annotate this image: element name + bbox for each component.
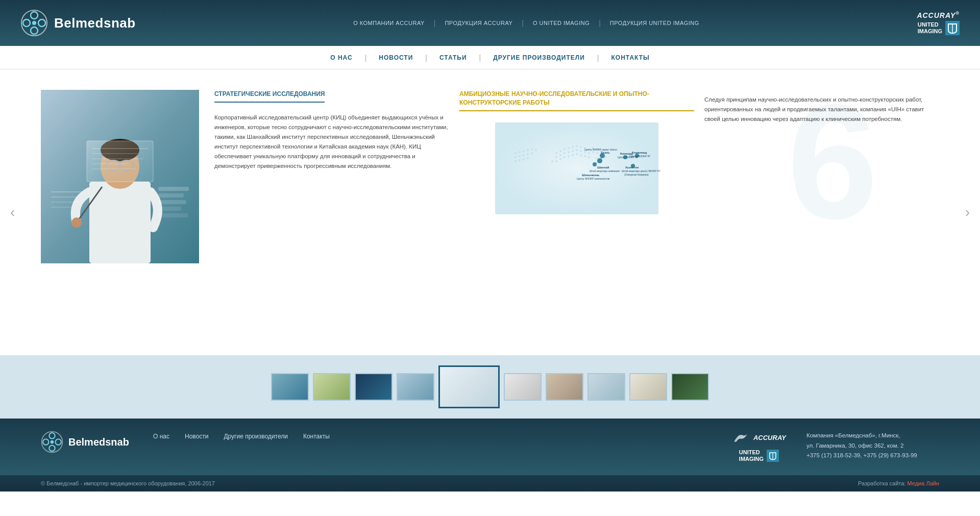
svg-text:Шанхай: Шанхай	[597, 166, 609, 169]
top-link-3[interactable]: О UNITED IMAGING	[524, 20, 599, 26]
thumb-3[interactable]	[355, 373, 393, 401]
svg-text:(Северная Америка): (Северная Америка)	[624, 173, 649, 176]
thumb-9[interactable]	[629, 373, 667, 401]
prev-slide-button[interactable]: ‹	[5, 199, 20, 226]
thumb-4[interactable]	[397, 373, 434, 401]
svg-point-68	[519, 151, 521, 153]
sec-nav-about[interactable]: О НАС	[318, 54, 364, 61]
svg-point-53	[584, 151, 586, 153]
svg-point-81	[527, 157, 529, 159]
svg-rect-27	[158, 193, 184, 198]
col1-title: СТРАТЕГИЧЕСКИЕ ИССЛЕДОВАНИЯ	[214, 90, 325, 103]
svg-text:Хьюстон: Хьюстон	[625, 166, 639, 169]
sec-nav: О НАС | НОВОСТИ | СТАТЬИ | ДРУГИЕ ПРОИЗВ…	[0, 46, 980, 69]
svg-point-33	[559, 150, 561, 152]
svg-point-80	[523, 158, 525, 160]
svg-point-15	[71, 217, 82, 228]
svg-text:Шэньчжэнь: Шэньчжэнь	[582, 174, 600, 177]
footer: Belmedsnab О нас Новости Другие производ…	[0, 419, 980, 492]
united-imaging-text: UNITED IMAGING	[918, 21, 942, 35]
svg-point-65	[584, 155, 586, 157]
svg-point-60	[564, 156, 566, 158]
svg-point-70	[527, 149, 529, 151]
col-principles: Следуя принципам научно-исследовательски…	[704, 85, 939, 340]
footer-nav-contacts[interactable]: Контакты	[303, 433, 330, 440]
slide-image	[41, 90, 199, 263]
svg-point-32	[555, 152, 557, 154]
svg-point-34	[564, 148, 566, 150]
svg-point-3	[23, 19, 30, 27]
world-map: Ухань Центр НИОКР прогр. обесп. Шанхай Ш…	[459, 122, 694, 214]
footer-logo-text: Belmedsnab	[68, 436, 129, 448]
svg-point-88	[597, 158, 602, 163]
thumb-6[interactable]	[504, 373, 542, 401]
svg-rect-29	[158, 207, 181, 211]
svg-point-108	[49, 446, 55, 451]
svg-point-59	[559, 158, 561, 160]
thumb-2[interactable]	[313, 373, 351, 401]
thumb-8[interactable]	[587, 373, 625, 401]
dev-link[interactable]: Медиа Лайн	[908, 480, 939, 486]
footer-logo[interactable]: Belmedsnab	[41, 431, 143, 453]
svg-point-63	[576, 153, 578, 155]
top-link-2[interactable]: ПРОДУКЦИЯ ACCURAY	[435, 20, 522, 26]
svg-point-50	[572, 150, 574, 152]
svg-rect-30	[158, 213, 188, 217]
brand-logos: ACCURAY® UNITED IMAGING	[917, 11, 960, 36]
thumb-1[interactable]	[271, 373, 309, 401]
svg-point-66	[588, 156, 590, 158]
svg-point-51	[576, 149, 578, 151]
svg-point-72	[535, 149, 537, 151]
footer-nav-news[interactable]: Новости	[185, 433, 208, 440]
svg-point-2	[31, 27, 38, 34]
united-imaging-logo: UNITED IMAGING	[918, 21, 960, 35]
col3-body: Следуя принципам научно-исследовательски…	[704, 95, 939, 124]
svg-point-71	[531, 148, 533, 150]
svg-rect-16	[87, 141, 153, 182]
svg-text:Кливленд: Кливленд	[632, 151, 647, 154]
svg-point-67	[514, 152, 517, 154]
map-area: Ухань Центр НИОКР прогр. обесп. Шанхай Ш…	[459, 122, 694, 225]
next-slide-button[interactable]: ›	[960, 199, 975, 226]
svg-point-49	[568, 151, 570, 153]
sec-nav-contacts[interactable]: КОНТАКТЫ	[599, 54, 662, 61]
svg-point-54	[588, 152, 590, 154]
svg-point-62	[572, 154, 574, 156]
svg-point-35	[568, 147, 570, 149]
footer-ui-icon	[767, 450, 779, 462]
col2-title: АМБИЦИОЗНЫЕ НАУЧНО-ИССЛЕДОВАТЕЛЬСКИЕ И О…	[459, 90, 694, 111]
svg-point-110	[56, 439, 61, 445]
top-link-4[interactable]: ПРОДУКЦИЯ UNITED IMAGING	[601, 20, 708, 26]
sec-nav-producers[interactable]: ДРУГИЕ ПРОИЗВОДИТЕЛИ	[481, 54, 597, 61]
logo[interactable]: Belmedsnab	[20, 9, 136, 37]
svg-text:Центр НИОКР прогр. обесп.: Центр НИОКР прогр. обесп.	[584, 148, 618, 151]
svg-point-37	[576, 145, 578, 147]
contact-line1: Компания «Белмедснаб», г.Минск,	[806, 432, 900, 438]
svg-point-78	[514, 160, 517, 162]
svg-point-1	[31, 12, 38, 19]
svg-rect-26	[158, 187, 189, 191]
top-link-1[interactable]: О КОМПАНИИ ACCURAY	[344, 20, 434, 26]
accuray-logo: ACCURAY®	[917, 11, 960, 19]
sec-nav-articles[interactable]: СТАТЬИ	[427, 54, 479, 61]
united-imaging-icon	[945, 21, 960, 35]
main-content: 6 ‹	[0, 69, 980, 355]
col-rnd: АМБИЦИОЗНЫЕ НАУЧНО-ИССЛЕДОВАТЕЛЬСКИЕ И О…	[459, 85, 694, 340]
sec-nav-news[interactable]: НОВОСТИ	[366, 54, 425, 61]
footer-nav-producers[interactable]: Другие производители	[224, 433, 288, 440]
col1-body: Корпоративный исследовательский центр (К…	[214, 113, 449, 171]
svg-point-82	[596, 157, 598, 159]
accuray-bird-icon	[732, 431, 749, 444]
svg-text:Центр НИОКР КТ: Центр НИОКР КТ	[630, 155, 650, 158]
svg-text:Штаб-квартира компании: Штаб-квартира компании	[590, 169, 620, 173]
footer-nav-about[interactable]: О нас	[153, 433, 169, 440]
svg-point-64	[580, 154, 582, 156]
thumbnails-section	[0, 355, 980, 419]
svg-point-5	[32, 21, 36, 25]
thumb-5-active[interactable]	[438, 365, 500, 408]
svg-point-55	[592, 151, 594, 153]
col-strategic: СТРАТЕГИЧЕСКИЕ ИССЛЕДОВАНИЯ Корпоративны…	[214, 85, 449, 340]
thumb-10[interactable]	[671, 373, 709, 401]
svg-point-107	[49, 433, 55, 438]
thumb-7[interactable]	[546, 373, 583, 401]
